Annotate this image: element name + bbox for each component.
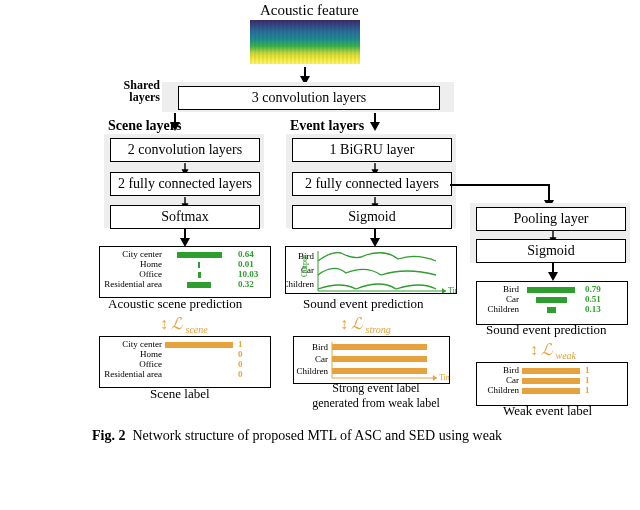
strong-pred-panel: Bird Car Children Time Output — [285, 246, 457, 294]
scene-label-caption: Scene label — [150, 386, 210, 402]
event-box-sigmoid: Sigmoid — [292, 205, 452, 229]
scene-pred-panel: City center0.64 Home0.01 Office10.03 Res… — [99, 246, 271, 298]
event-section-title: Event layers — [290, 118, 364, 134]
loss-scene: ℒ scene — [160, 314, 208, 335]
strong-label-panel: Bird Car Children Time — [293, 336, 450, 384]
scene-box-softmax: Softmax — [110, 205, 260, 229]
svg-rect-10 — [332, 356, 427, 362]
strong-pred-caption: Sound event prediction — [303, 296, 424, 312]
arrow-down — [370, 122, 380, 131]
figure-caption: Fig. 2 Network structure of proposed MTL… — [92, 428, 502, 444]
loss-weak: ℒ weak — [530, 340, 576, 361]
svg-text:Children: Children — [286, 279, 314, 289]
pool-box-sigmoid: Sigmoid — [476, 239, 626, 263]
scene-label-panel: City center1 Home0 Office0 Residential a… — [99, 336, 271, 388]
spectrogram-image — [250, 20, 360, 64]
weak-label-panel: Bird1 Car1 Children1 — [476, 362, 628, 406]
strong-label-caption: Strong event labelgenerated from weak la… — [296, 381, 456, 411]
svg-rect-11 — [332, 368, 427, 374]
svg-text:Car: Car — [315, 354, 328, 364]
connector-line — [450, 184, 550, 186]
header-title: Acoustic feature — [260, 2, 359, 19]
shared-box-conv: 3 convolution layers — [178, 86, 440, 110]
event-box-fc: 2 fully connected layers — [292, 172, 452, 196]
weak-pred-panel: Bird0.79 Car0.51 Children0.13 — [476, 281, 628, 325]
svg-text:Time: Time — [439, 373, 449, 381]
svg-rect-9 — [332, 344, 427, 350]
scene-section-title: Scene layers — [108, 118, 181, 134]
weak-pred-caption: Sound event prediction — [486, 322, 607, 338]
loss-strong: ℒ strong — [340, 314, 391, 335]
scene-box-fc: 2 fully connected layers — [110, 172, 260, 196]
shared-label: Sharedlayers — [118, 79, 160, 103]
svg-text:Children: Children — [297, 366, 329, 376]
svg-text:Time: Time — [448, 286, 456, 293]
svg-text:Bird: Bird — [312, 342, 329, 352]
pool-box-pooling: Pooling layer — [476, 207, 626, 231]
scene-pred-caption: Acoustic scene prediction — [108, 296, 242, 312]
weak-label-caption: Weak event label — [503, 403, 592, 419]
svg-text:Output: Output — [300, 254, 309, 277]
arrow-down — [548, 272, 558, 281]
event-box-bigru: 1 BiGRU layer — [292, 138, 452, 162]
scene-box-conv: 2 convolution layers — [110, 138, 260, 162]
